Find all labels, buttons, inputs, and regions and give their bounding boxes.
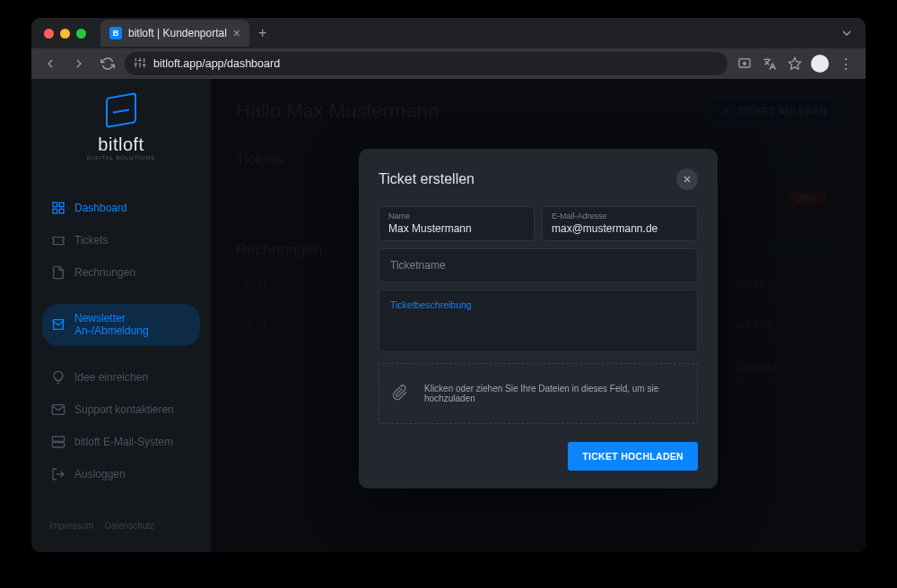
install-app-icon[interactable] xyxy=(733,52,756,75)
reload-button[interactable] xyxy=(96,52,119,75)
email-label: E-Mail-Adresse xyxy=(552,212,688,220)
paperclip-icon xyxy=(392,385,408,402)
tab-strip: B bitloft | Kundenportal × + xyxy=(31,18,866,48)
dropzone-text: Klicken oder ziehen Sie Ihre Dateien in … xyxy=(424,384,684,403)
sidebar: bitloft Digital Solutions Dashboard Tick… xyxy=(31,79,211,552)
main-content: Hallo Max Mustermann TICKET ANLEGEN Tick… xyxy=(211,79,866,552)
sidebar-item-newsletter[interactable]: Newsletter An-/Abmeldung xyxy=(42,304,200,346)
tab-favicon: B xyxy=(109,27,122,39)
file-dropzone[interactable]: Klicken oder ziehen Sie Ihre Dateien in … xyxy=(379,363,698,424)
logo-mark-icon xyxy=(106,92,136,128)
sidebar-nav: Dashboard Tickets Rechnungen Newsletter … xyxy=(31,193,211,489)
svg-rect-13 xyxy=(59,209,64,213)
sidebar-item-label: Tickets xyxy=(74,234,109,246)
sidebar-item-logout[interactable]: Ausloggen xyxy=(42,459,200,489)
sidebar-item-email-system[interactable]: bitloft E-Mail-System xyxy=(42,427,200,457)
sidebar-item-label: Idee einreichen xyxy=(74,371,148,384)
app-viewport: bitloft Digital Solutions Dashboard Tick… xyxy=(31,79,866,552)
svg-marker-10 xyxy=(788,57,800,69)
submit-ticket-button[interactable]: TICKET HOCHLADEN xyxy=(568,442,698,471)
browser-window: B bitloft | Kundenportal × + bitloft.app… xyxy=(31,18,866,552)
modal-overlay[interactable]: Ticket erstellen Name Max Mustermann E-M… xyxy=(211,79,866,552)
profile-avatar[interactable] xyxy=(808,52,832,75)
window-minimize-button[interactable] xyxy=(60,29,70,39)
brand-tagline: Digital Solutions xyxy=(87,155,155,160)
name-label: Name xyxy=(388,212,525,220)
sidebar-item-label: Rechnungen xyxy=(74,266,135,279)
new-tab-button[interactable]: + xyxy=(258,25,266,41)
sidebar-item-dashboard[interactable]: Dashboard xyxy=(42,193,200,223)
footer-imprint-link[interactable]: Impressum xyxy=(49,521,93,531)
svg-rect-12 xyxy=(59,203,64,207)
close-icon xyxy=(682,174,692,185)
sidebar-item-label: Newsletter An-/Abmeldung xyxy=(74,312,149,338)
sidebar-item-tickets[interactable]: Tickets xyxy=(42,225,200,255)
toolbar-right-icons: ⋮ xyxy=(733,52,858,75)
name-field[interactable]: Name Max Mustermann xyxy=(379,206,535,241)
sidebar-item-idea[interactable]: Idee einreichen xyxy=(42,362,200,393)
tab-title: bitloft | Kundenportal xyxy=(128,27,227,39)
lightbulb-icon xyxy=(51,370,65,385)
mail-check-icon xyxy=(51,317,65,332)
logout-icon xyxy=(51,467,65,481)
mail-icon xyxy=(51,402,65,417)
sidebar-item-label: Dashboard xyxy=(74,202,127,214)
footer-privacy-link[interactable]: Datenschutz xyxy=(104,521,154,531)
ticketname-input[interactable] xyxy=(379,248,698,282)
sidebar-item-invoices[interactable]: Rechnungen xyxy=(42,257,200,288)
svg-rect-14 xyxy=(53,209,57,213)
sidebar-item-label: Ausloggen xyxy=(74,468,126,480)
tab-dropdown-icon[interactable] xyxy=(835,22,858,45)
bookmark-icon[interactable] xyxy=(783,52,806,75)
back-button[interactable] xyxy=(39,52,62,75)
brand-name: bitloft xyxy=(98,134,144,155)
translate-icon[interactable] xyxy=(758,52,781,75)
server-icon xyxy=(51,435,65,449)
brand-logo: bitloft Digital Solutions xyxy=(31,95,211,160)
email-value: max@mustermann.de xyxy=(552,222,688,235)
url-text: bitloft.app/app/dashboard xyxy=(153,57,280,70)
address-bar[interactable]: bitloft.app/app/dashboard xyxy=(125,52,727,75)
browser-tab[interactable]: B bitloft | Kundenportal × xyxy=(100,20,249,47)
sidebar-item-label: Support kontaktieren xyxy=(74,403,174,416)
modal-title: Ticket erstellen xyxy=(379,171,475,187)
window-zoom-button[interactable] xyxy=(76,29,86,39)
forward-button[interactable] xyxy=(67,52,91,75)
svg-rect-11 xyxy=(53,203,57,207)
svg-rect-17 xyxy=(52,442,64,446)
create-ticket-modal: Ticket erstellen Name Max Mustermann E-M… xyxy=(359,149,718,489)
dashboard-icon xyxy=(51,201,65,215)
invoice-icon xyxy=(51,265,65,280)
modal-close-button[interactable] xyxy=(676,169,698,190)
window-controls xyxy=(39,29,91,39)
sidebar-item-label: bitloft E-Mail-System xyxy=(74,436,173,448)
ticket-icon xyxy=(51,233,65,247)
svg-rect-16 xyxy=(52,437,64,441)
window-close-button[interactable] xyxy=(44,29,54,39)
sidebar-item-support[interactable]: Support kontaktieren xyxy=(42,394,200,425)
description-textarea[interactable]: Ticketbeschreibung xyxy=(379,290,698,352)
sidebar-footer: Impressum Datenschutz xyxy=(31,508,211,543)
browser-toolbar: bitloft.app/app/dashboard ⋮ xyxy=(31,48,866,79)
tab-close-icon[interactable]: × xyxy=(233,26,240,40)
email-field[interactable]: E-Mail-Adresse max@mustermann.de xyxy=(542,206,698,241)
browser-menu-icon[interactable]: ⋮ xyxy=(833,56,858,73)
site-settings-icon[interactable] xyxy=(134,56,146,72)
name-value: Max Mustermann xyxy=(388,222,525,235)
